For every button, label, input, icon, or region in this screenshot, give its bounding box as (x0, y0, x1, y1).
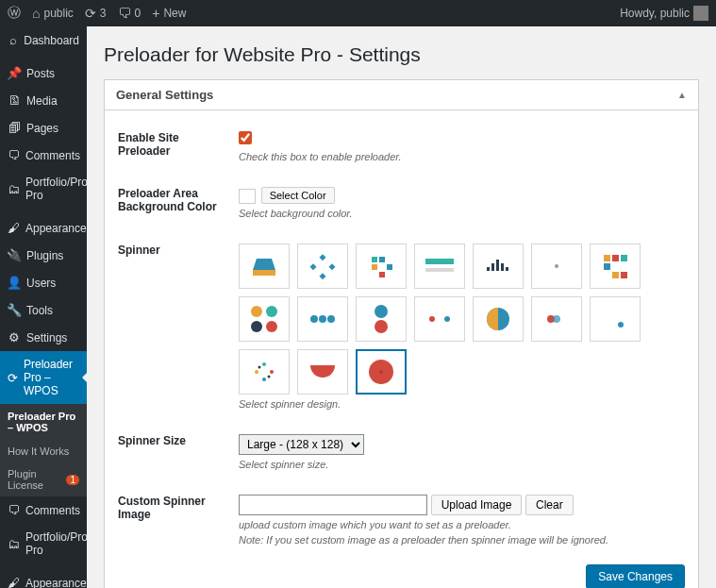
spinner-option-16[interactable] (297, 349, 348, 395)
user-icon: 👤 (8, 276, 21, 290)
svg-rect-4 (328, 263, 335, 270)
spinner-size-select[interactable]: Large - (128 x 128) (239, 434, 364, 455)
svg-rect-2 (319, 254, 325, 260)
enable-label: Enable Site Preloader (118, 131, 239, 162)
svg-point-26 (266, 306, 277, 317)
svg-rect-11 (425, 259, 454, 264)
svg-point-44 (258, 366, 261, 369)
postbox-header[interactable]: General Settings ▲ (105, 80, 698, 110)
svg-rect-15 (496, 260, 499, 271)
submenu-plugin-license[interactable]: Plugin License1 (0, 462, 87, 496)
spinner-option-11[interactable] (414, 296, 465, 342)
avatar (693, 6, 708, 21)
svg-point-30 (319, 315, 326, 323)
wrench-icon: 🔧 (8, 303, 21, 317)
menu-media[interactable]: 🖻Media (0, 87, 87, 114)
plug-icon: 🔌 (8, 248, 21, 262)
spinner-option-12[interactable] (473, 296, 524, 342)
menu-comments-dup[interactable]: 🗨Comments (0, 496, 87, 524)
menu-preloader-pro[interactable]: ⟳Preloader Pro – WPOS (0, 351, 87, 404)
color-swatch[interactable] (239, 189, 256, 204)
svg-rect-8 (372, 264, 377, 270)
spinner-option-4[interactable] (414, 244, 465, 289)
custom-desc1: upload custom image which you want to se… (239, 519, 685, 530)
general-settings-box: General Settings ▲ Enable Site Preloader… (104, 79, 699, 588)
size-description: Select spinner size. (239, 459, 685, 470)
spinner-option-14[interactable] (590, 296, 641, 342)
menu-posts[interactable]: 📌Posts (0, 59, 87, 87)
svg-rect-19 (604, 255, 610, 261)
spinner-option-8[interactable] (239, 296, 290, 342)
svg-rect-23 (612, 272, 619, 278)
upload-image-button[interactable]: Upload Image (431, 495, 523, 515)
spinner-option-2[interactable] (297, 244, 348, 289)
spinner-option-10[interactable] (356, 296, 407, 342)
spinner-option-5[interactable] (473, 244, 524, 289)
submenu-how-it-works[interactable]: How It Works (0, 440, 87, 462)
svg-rect-3 (309, 263, 316, 270)
svg-point-40 (255, 370, 258, 374)
spinner-option-7[interactable] (590, 244, 641, 289)
menu-portfolio-dup[interactable]: 🗂Portfolio/Projects Pro (0, 524, 87, 563)
svg-point-42 (270, 370, 274, 374)
svg-point-34 (429, 316, 435, 322)
save-changes-button[interactable]: Save Changes (586, 564, 685, 588)
menu-appearance-dup[interactable]: 🖌Appearance (0, 569, 87, 588)
svg-point-31 (327, 315, 335, 323)
svg-marker-0 (253, 259, 275, 270)
clear-button[interactable]: Clear (525, 495, 574, 515)
spinner-label: Spinner (118, 244, 239, 410)
media-icon: 🖻 (8, 93, 21, 108)
menu-dashboard[interactable]: ⌕Dashboard (0, 26, 87, 54)
svg-rect-14 (491, 263, 494, 271)
svg-rect-9 (387, 264, 392, 270)
svg-rect-16 (501, 263, 504, 271)
menu-users[interactable]: 👤Users (0, 269, 87, 296)
portfolio-icon: 🗂 (8, 537, 20, 551)
refresh-icon: ⟳ (8, 371, 18, 385)
svg-rect-10 (379, 272, 385, 277)
chevron-up-icon[interactable]: ▲ (677, 90, 687, 100)
svg-rect-12 (425, 268, 454, 272)
menu-pages[interactable]: 🗐Pages (0, 114, 87, 142)
svg-point-35 (444, 316, 450, 322)
page-title: Preloader for Website Pro - Settings (104, 36, 699, 79)
enable-preloader-checkbox[interactable] (239, 131, 252, 144)
wp-logo[interactable]: ⓦ (8, 5, 21, 22)
size-label: Spinner Size (118, 434, 239, 470)
new-content-link[interactable]: +New (152, 6, 186, 21)
spinner-option-15[interactable] (239, 349, 290, 395)
spinner-option-13[interactable] (531, 296, 582, 342)
spinner-option-3[interactable] (356, 244, 407, 289)
admin-toolbar: ⓦ ⌂public ⟳3 🗨0 +New Howdy, public (0, 0, 716, 26)
pin-icon: 📌 (8, 66, 21, 80)
site-name[interactable]: ⌂public (32, 6, 74, 21)
menu-settings[interactable]: ⚙Settings (0, 324, 87, 351)
custom-image-input[interactable] (239, 495, 427, 515)
svg-point-38 (553, 315, 560, 323)
my-account[interactable]: Howdy, public (620, 6, 708, 21)
menu-tools[interactable]: 🔧Tools (0, 296, 87, 324)
admin-sidebar: ⌕Dashboard 📌Posts 🖻Media 🗐Pages 🗨Comment… (0, 26, 87, 588)
spinner-option-6[interactable] (531, 244, 582, 289)
select-color-button[interactable]: Select Color (261, 187, 335, 204)
custom-label: Custom Spinner Image (118, 495, 239, 546)
page-icon: 🗐 (8, 121, 21, 135)
brush-icon: 🖌 (8, 576, 20, 588)
svg-point-28 (266, 321, 277, 332)
menu-comments[interactable]: 🗨Comments (0, 142, 87, 169)
spinner-option-17[interactable] (356, 349, 407, 395)
svg-rect-20 (612, 255, 619, 261)
submenu-preloader: Preloader Pro – WPOS How It Works Plugin… (0, 404, 87, 496)
spinner-option-1[interactable] (239, 244, 290, 289)
svg-rect-21 (621, 255, 627, 261)
menu-portfolio[interactable]: 🗂Portfolio/Projects Pro (0, 169, 87, 209)
spinner-option-9[interactable] (297, 296, 348, 342)
menu-plugins[interactable]: 🔌Plugins (0, 242, 87, 269)
updates-link[interactable]: ⟳3 (85, 6, 107, 21)
svg-point-47 (379, 370, 383, 374)
comments-link[interactable]: 🗨0 (118, 6, 142, 21)
menu-appearance[interactable]: 🖌Appearance (0, 214, 87, 242)
svg-rect-24 (621, 272, 627, 278)
enable-description: Check this box to enable preloader. (239, 151, 685, 162)
